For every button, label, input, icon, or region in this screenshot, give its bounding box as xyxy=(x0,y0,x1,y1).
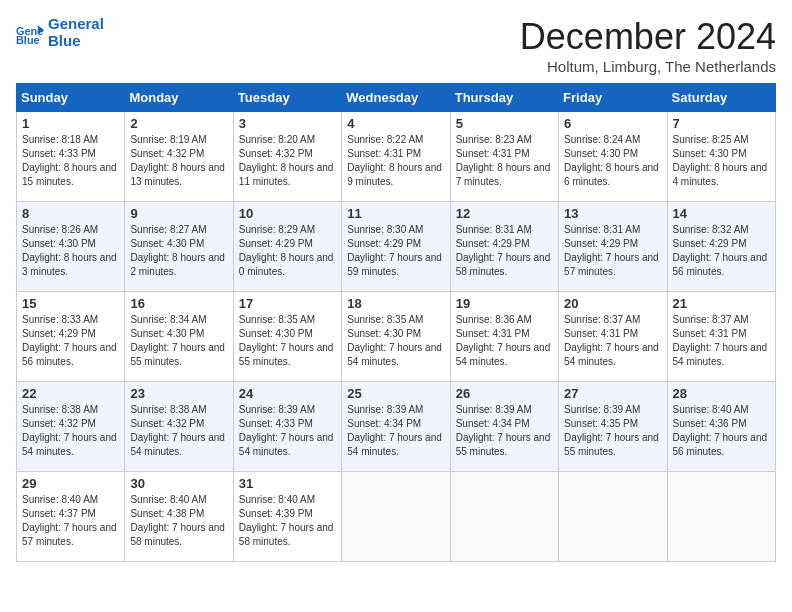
logo-line2: Blue xyxy=(48,33,104,50)
month-title: December 2024 xyxy=(520,16,776,58)
cell-details: Sunrise: 8:33 AMSunset: 4:29 PMDaylight:… xyxy=(22,314,117,367)
day-header-saturday: Saturday xyxy=(667,84,775,112)
day-number: 18 xyxy=(347,296,444,311)
cell-details: Sunrise: 8:29 AMSunset: 4:29 PMDaylight:… xyxy=(239,224,334,277)
logo-icon: General Blue xyxy=(16,19,44,47)
day-number: 28 xyxy=(673,386,770,401)
cell-details: Sunrise: 8:35 AMSunset: 4:30 PMDaylight:… xyxy=(239,314,334,367)
cell-details: Sunrise: 8:39 AMSunset: 4:35 PMDaylight:… xyxy=(564,404,659,457)
day-header-monday: Monday xyxy=(125,84,233,112)
day-number: 30 xyxy=(130,476,227,491)
day-number: 22 xyxy=(22,386,119,401)
calendar-cell: 11 Sunrise: 8:30 AMSunset: 4:29 PMDaylig… xyxy=(342,202,450,292)
day-number: 20 xyxy=(564,296,661,311)
day-number: 14 xyxy=(673,206,770,221)
calendar-cell xyxy=(342,472,450,562)
calendar-cell: 10 Sunrise: 8:29 AMSunset: 4:29 PMDaylig… xyxy=(233,202,341,292)
calendar-cell: 16 Sunrise: 8:34 AMSunset: 4:30 PMDaylig… xyxy=(125,292,233,382)
day-number: 15 xyxy=(22,296,119,311)
calendar-cell: 1 Sunrise: 8:18 AMSunset: 4:33 PMDayligh… xyxy=(17,112,125,202)
page-header: General Blue General Blue December 2024 … xyxy=(16,16,776,75)
cell-details: Sunrise: 8:38 AMSunset: 4:32 PMDaylight:… xyxy=(22,404,117,457)
cell-details: Sunrise: 8:30 AMSunset: 4:29 PMDaylight:… xyxy=(347,224,442,277)
calendar-cell: 24 Sunrise: 8:39 AMSunset: 4:33 PMDaylig… xyxy=(233,382,341,472)
calendar-cell: 26 Sunrise: 8:39 AMSunset: 4:34 PMDaylig… xyxy=(450,382,558,472)
calendar-cell xyxy=(450,472,558,562)
calendar-header-row: SundayMondayTuesdayWednesdayThursdayFrid… xyxy=(17,84,776,112)
location-subtitle: Holtum, Limburg, The Netherlands xyxy=(520,58,776,75)
calendar-cell: 27 Sunrise: 8:39 AMSunset: 4:35 PMDaylig… xyxy=(559,382,667,472)
day-number: 5 xyxy=(456,116,553,131)
calendar-cell: 14 Sunrise: 8:32 AMSunset: 4:29 PMDaylig… xyxy=(667,202,775,292)
calendar-cell: 17 Sunrise: 8:35 AMSunset: 4:30 PMDaylig… xyxy=(233,292,341,382)
day-number: 11 xyxy=(347,206,444,221)
calendar-cell: 20 Sunrise: 8:37 AMSunset: 4:31 PMDaylig… xyxy=(559,292,667,382)
day-number: 23 xyxy=(130,386,227,401)
cell-details: Sunrise: 8:40 AMSunset: 4:37 PMDaylight:… xyxy=(22,494,117,547)
cell-details: Sunrise: 8:20 AMSunset: 4:32 PMDaylight:… xyxy=(239,134,334,187)
calendar-cell: 6 Sunrise: 8:24 AMSunset: 4:30 PMDayligh… xyxy=(559,112,667,202)
cell-details: Sunrise: 8:25 AMSunset: 4:30 PMDaylight:… xyxy=(673,134,768,187)
calendar-cell: 13 Sunrise: 8:31 AMSunset: 4:29 PMDaylig… xyxy=(559,202,667,292)
cell-details: Sunrise: 8:32 AMSunset: 4:29 PMDaylight:… xyxy=(673,224,768,277)
calendar-week-row: 29 Sunrise: 8:40 AMSunset: 4:37 PMDaylig… xyxy=(17,472,776,562)
calendar-cell: 18 Sunrise: 8:35 AMSunset: 4:30 PMDaylig… xyxy=(342,292,450,382)
calendar-cell: 21 Sunrise: 8:37 AMSunset: 4:31 PMDaylig… xyxy=(667,292,775,382)
day-number: 16 xyxy=(130,296,227,311)
calendar-cell xyxy=(559,472,667,562)
cell-details: Sunrise: 8:23 AMSunset: 4:31 PMDaylight:… xyxy=(456,134,551,187)
day-header-tuesday: Tuesday xyxy=(233,84,341,112)
cell-details: Sunrise: 8:31 AMSunset: 4:29 PMDaylight:… xyxy=(456,224,551,277)
day-header-thursday: Thursday xyxy=(450,84,558,112)
day-header-sunday: Sunday xyxy=(17,84,125,112)
cell-details: Sunrise: 8:34 AMSunset: 4:30 PMDaylight:… xyxy=(130,314,225,367)
day-number: 21 xyxy=(673,296,770,311)
cell-details: Sunrise: 8:19 AMSunset: 4:32 PMDaylight:… xyxy=(130,134,225,187)
cell-details: Sunrise: 8:40 AMSunset: 4:38 PMDaylight:… xyxy=(130,494,225,547)
day-number: 10 xyxy=(239,206,336,221)
calendar-week-row: 22 Sunrise: 8:38 AMSunset: 4:32 PMDaylig… xyxy=(17,382,776,472)
calendar-cell: 12 Sunrise: 8:31 AMSunset: 4:29 PMDaylig… xyxy=(450,202,558,292)
cell-details: Sunrise: 8:35 AMSunset: 4:30 PMDaylight:… xyxy=(347,314,442,367)
day-number: 29 xyxy=(22,476,119,491)
calendar-week-row: 1 Sunrise: 8:18 AMSunset: 4:33 PMDayligh… xyxy=(17,112,776,202)
day-number: 13 xyxy=(564,206,661,221)
calendar-cell: 29 Sunrise: 8:40 AMSunset: 4:37 PMDaylig… xyxy=(17,472,125,562)
logo: General Blue General Blue xyxy=(16,16,104,49)
day-number: 2 xyxy=(130,116,227,131)
day-header-friday: Friday xyxy=(559,84,667,112)
cell-details: Sunrise: 8:22 AMSunset: 4:31 PMDaylight:… xyxy=(347,134,442,187)
day-number: 4 xyxy=(347,116,444,131)
cell-details: Sunrise: 8:27 AMSunset: 4:30 PMDaylight:… xyxy=(130,224,225,277)
cell-details: Sunrise: 8:40 AMSunset: 4:39 PMDaylight:… xyxy=(239,494,334,547)
day-number: 25 xyxy=(347,386,444,401)
cell-details: Sunrise: 8:31 AMSunset: 4:29 PMDaylight:… xyxy=(564,224,659,277)
day-header-wednesday: Wednesday xyxy=(342,84,450,112)
calendar-cell: 25 Sunrise: 8:39 AMSunset: 4:34 PMDaylig… xyxy=(342,382,450,472)
calendar-cell: 30 Sunrise: 8:40 AMSunset: 4:38 PMDaylig… xyxy=(125,472,233,562)
svg-text:Blue: Blue xyxy=(16,33,40,45)
day-number: 31 xyxy=(239,476,336,491)
calendar-cell: 23 Sunrise: 8:38 AMSunset: 4:32 PMDaylig… xyxy=(125,382,233,472)
calendar-cell: 31 Sunrise: 8:40 AMSunset: 4:39 PMDaylig… xyxy=(233,472,341,562)
calendar-week-row: 15 Sunrise: 8:33 AMSunset: 4:29 PMDaylig… xyxy=(17,292,776,382)
cell-details: Sunrise: 8:37 AMSunset: 4:31 PMDaylight:… xyxy=(673,314,768,367)
cell-details: Sunrise: 8:39 AMSunset: 4:34 PMDaylight:… xyxy=(456,404,551,457)
calendar-table: SundayMondayTuesdayWednesdayThursdayFrid… xyxy=(16,83,776,562)
calendar-cell: 3 Sunrise: 8:20 AMSunset: 4:32 PMDayligh… xyxy=(233,112,341,202)
day-number: 1 xyxy=(22,116,119,131)
day-number: 8 xyxy=(22,206,119,221)
calendar-body: 1 Sunrise: 8:18 AMSunset: 4:33 PMDayligh… xyxy=(17,112,776,562)
calendar-cell: 9 Sunrise: 8:27 AMSunset: 4:30 PMDayligh… xyxy=(125,202,233,292)
day-number: 9 xyxy=(130,206,227,221)
cell-details: Sunrise: 8:40 AMSunset: 4:36 PMDaylight:… xyxy=(673,404,768,457)
day-number: 19 xyxy=(456,296,553,311)
cell-details: Sunrise: 8:39 AMSunset: 4:33 PMDaylight:… xyxy=(239,404,334,457)
cell-details: Sunrise: 8:37 AMSunset: 4:31 PMDaylight:… xyxy=(564,314,659,367)
calendar-cell: 5 Sunrise: 8:23 AMSunset: 4:31 PMDayligh… xyxy=(450,112,558,202)
calendar-cell: 7 Sunrise: 8:25 AMSunset: 4:30 PMDayligh… xyxy=(667,112,775,202)
cell-details: Sunrise: 8:38 AMSunset: 4:32 PMDaylight:… xyxy=(130,404,225,457)
day-number: 17 xyxy=(239,296,336,311)
day-number: 3 xyxy=(239,116,336,131)
calendar-cell: 28 Sunrise: 8:40 AMSunset: 4:36 PMDaylig… xyxy=(667,382,775,472)
